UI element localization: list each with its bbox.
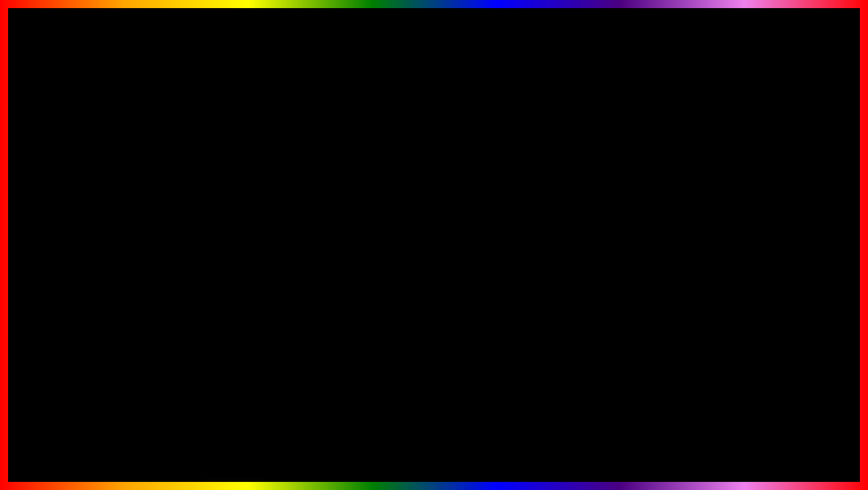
stats-front-icon: 📊 — [107, 258, 116, 267]
racev4-icon: 👤 — [45, 200, 53, 207]
sidebar-label-stats-front: Stats — [106, 268, 117, 273]
racev4-front-icon: 👤 — [107, 233, 116, 242]
bottom-pastebin: PASTEBIN — [389, 429, 569, 469]
teleport-lever-pull-button[interactable]: Teleport To Lever Pull — [147, 237, 290, 253]
player-icon: 👤 — [45, 238, 53, 245]
feature-tp-mirage: TP MIRAGE — [662, 251, 841, 277]
bottom-title: RACE V4 SCRIPT PASTEBIN — [45, 420, 568, 472]
feature-auto-farm: AUTO FARM — [662, 121, 841, 147]
sidebar-label-stats-back: Stats — [54, 221, 66, 226]
feature-many-quest: MANY QUEST — [662, 303, 841, 329]
gui-back-header: BLCK HUB | BEST BLOX FRUIT SCRIPT | — [42, 123, 255, 136]
sidebar-item-teleport-front[interactable]: 🎯 Teleport — [92, 303, 131, 327]
content-divider-bottom — [147, 212, 290, 213]
sidebar-label-racev4-back: Race V4 — [54, 198, 66, 209]
feature-help-race-v4: HELP RACE V4 — [662, 199, 841, 225]
teleport-front-icon: 🎯 — [107, 307, 116, 316]
settings-icon: ⚙ — [45, 162, 51, 169]
sidebar-item-dungeon-front[interactable]: ⚙ Dungeon — [92, 327, 131, 352]
sidebar-item-weapons-back[interactable]: ✕ Weapons — [42, 175, 68, 193]
feature-fruit-mastery: FRUIT MASTERY — [662, 147, 841, 174]
title-container: BLOX FRUITS — [0, 9, 868, 92]
x-fruits-x: X — [785, 396, 809, 436]
sidebar-item-main-back[interactable]: 🏠 Main — [42, 139, 68, 157]
main-container: 0:30:14 BLOX FRUITS BLCK HUB | BEST BLOX… — [0, 0, 868, 490]
sidebar-item-racev4-back[interactable]: 👤 Race V4 — [42, 193, 68, 214]
sidebar-label-teleport-front: Teleport — [103, 317, 120, 323]
title-blox: BLOX — [170, 9, 385, 92]
sidebar-label-main-back: Main — [54, 145, 65, 151]
teleport-ancient-one-button[interactable]: Teleport To Acient One (Must Be in Templ… — [147, 258, 290, 280]
sidebar-label-player-front: Player — [104, 293, 118, 298]
player-front-icon: 👤 — [107, 282, 116, 291]
teleport-temple-button[interactable]: Teleport To Timple Of Time — [147, 217, 290, 233]
bottom-script: SCRIPT — [251, 429, 383, 469]
gui-front-content: Race V4 Teleport To Timple Of Time Telep… — [132, 186, 304, 377]
features-list: AUTO FARM FRUIT MASTERY AUTO RAID HELP R… — [662, 121, 841, 328]
weapons-front-icon: ✕ — [107, 208, 116, 217]
home-front-icon: 🏠 — [107, 190, 116, 199]
weapons-icon: ✕ — [45, 180, 51, 187]
gui-front-layout: 🏠 ✕ Weapons 👤 Race V4 📊 Stats 👤 Player — [92, 186, 304, 377]
sidebar-item-player-back[interactable]: 👤 Player — [42, 232, 68, 250]
sidebar-label-weapons-front: Weapons — [101, 218, 122, 224]
feature-auto-quest: AUTO QUEST — [662, 276, 841, 303]
stats-icon: 📊 — [45, 220, 53, 227]
sidebar-item-stats-front[interactable]: 📊 Stats — [92, 253, 131, 278]
feature-boss-farm: BOSS FARM — [662, 225, 841, 251]
gui-back-section-title: Main — [152, 160, 171, 170]
section-title-racev4: Race V4 — [202, 198, 234, 207]
sidebar-item-racev4-front[interactable]: 👤 Race V4 — [92, 228, 131, 253]
sidebar-label-dungeon-front: Dungeon — [102, 342, 122, 347]
sidebar-label-player-back: Player — [54, 239, 68, 244]
divider-top-back — [91, 151, 233, 152]
sidebar-label-settings-back: Settings — [53, 163, 71, 169]
sidebar-item-player-front[interactable]: 👤 Player — [92, 278, 131, 303]
dungeon-front-icon: ⚙ — [107, 332, 116, 341]
x-fruits-text: FRUITS — [748, 437, 846, 468]
gui-back-nav: 🏠 Main ⚙ Settings ✕ Weapons 👤 Race V4 📊 … — [42, 139, 69, 318]
sidebar-item-settings-back[interactable]: ⚙ Settings — [42, 157, 68, 175]
gui-front-nav: 🏠 ✕ Weapons 👤 Race V4 📊 Stats 👤 Player — [92, 186, 132, 377]
unlock-lever-button[interactable]: Unlock Lever. — [147, 285, 290, 300]
title-fruits: FRUITS — [416, 9, 698, 92]
sidebar-item-home-front[interactable]: 🏠 — [92, 186, 131, 204]
sidebar-item-weapons-front[interactable]: ✕ Weapons — [92, 204, 131, 228]
sidebar-label-racev4-front: Race V4 — [102, 243, 121, 249]
home-icon: 🏠 — [45, 144, 53, 151]
sidebar-item-stats-back[interactable]: 📊 Stats — [42, 214, 68, 232]
feature-auto-raid: AUTO RAID — [662, 173, 841, 199]
x-fruits-logo: X FRUITS — [748, 395, 846, 468]
bottom-race-v4: RACE V4 — [45, 421, 240, 471]
